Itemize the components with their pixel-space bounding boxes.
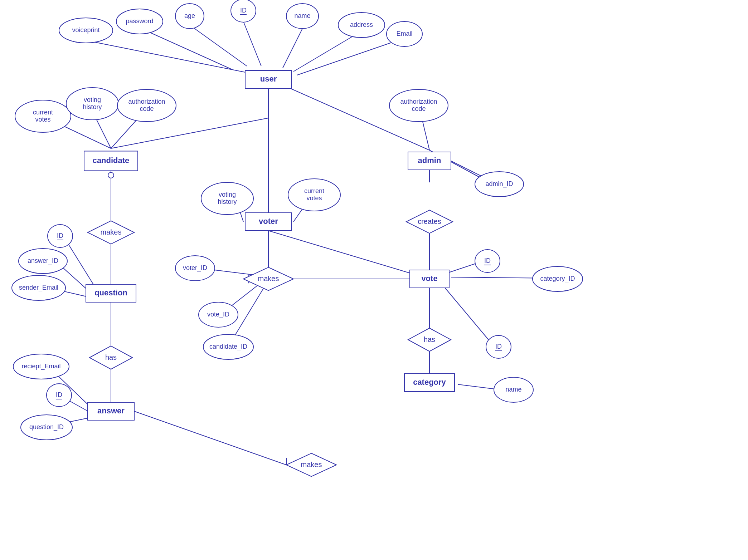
er-diagram	[0, 0, 748, 560]
